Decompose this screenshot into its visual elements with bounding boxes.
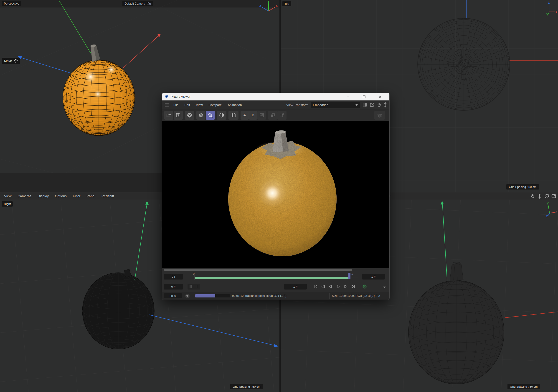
horizontal-scrollbar[interactable] xyxy=(164,269,352,271)
goto-end-button[interactable] xyxy=(350,283,356,290)
viewport-title-top[interactable]: Top xyxy=(282,1,291,6)
play-backward-button[interactable] xyxy=(327,283,334,290)
ab-mirror-icon xyxy=(231,112,236,118)
range-end-label: 1 xyxy=(351,272,353,275)
axis-gizmo-top[interactable]: Z X Y xyxy=(542,0,557,17)
pumpkin-stem xyxy=(90,44,100,62)
compare-mode-button[interactable] xyxy=(217,111,227,120)
range-start-marker[interactable] xyxy=(195,273,195,280)
open-external-icon[interactable] xyxy=(369,102,375,108)
save-button[interactable] xyxy=(174,111,183,120)
maximize-button[interactable] xyxy=(359,93,369,100)
panel-toggle-icon[interactable] xyxy=(362,102,367,108)
next-frame-button[interactable] xyxy=(342,283,349,290)
menu-filter[interactable]: Filter xyxy=(73,194,80,198)
pan-hand-icon[interactable] xyxy=(530,194,535,199)
pv-menu-compare[interactable]: Compare xyxy=(209,103,222,107)
cinema4d-app-icon xyxy=(165,95,168,99)
gizmo-z-label: Z xyxy=(548,1,549,4)
mini-scrubber[interactable] xyxy=(188,284,200,290)
render-status-message: 00:01:12 Irradiance point cloud 2/71 (1 … xyxy=(232,294,286,298)
menu-options[interactable]: Options xyxy=(55,194,67,198)
rotate-view-icon[interactable] xyxy=(544,194,549,199)
transport-options-caret[interactable] xyxy=(383,285,386,289)
zoom-level-field[interactable]: 60 % xyxy=(164,293,182,298)
start-frame-field[interactable]: 0 F xyxy=(164,284,183,290)
menu-panel[interactable]: Panel xyxy=(87,194,95,198)
close-button[interactable] xyxy=(375,93,385,100)
grid-spacing-bottom-right: Grid Spacing : 50 cm xyxy=(507,384,540,389)
previous-frame-button[interactable] xyxy=(320,283,326,290)
picture-viewer-window[interactable]: Picture Viewer File Edit View Compare An… xyxy=(162,93,390,300)
molecule-icon xyxy=(377,112,383,118)
axis-gizmo-bottom-right[interactable]: Y X Z xyxy=(542,201,557,218)
pan-hand-icon[interactable] xyxy=(376,102,382,108)
axis-gizmo-perspective[interactable]: Y Z X xyxy=(259,0,278,15)
clear-render-button[interactable] xyxy=(196,111,206,120)
hamburger-menu-icon[interactable] xyxy=(165,103,169,107)
timeline-track[interactable]: 0 1 xyxy=(188,272,360,282)
net-render-button[interactable] xyxy=(374,111,385,120)
fps-field[interactable]: 24 xyxy=(164,274,183,280)
move-tool-label: Move xyxy=(4,59,12,63)
camera-selector[interactable]: Default Camera xyxy=(122,1,153,6)
cancel-icon xyxy=(187,112,192,118)
pumpkin-wireframe-large[interactable] xyxy=(409,280,504,384)
pumpkin-wireframe-dark[interactable] xyxy=(82,273,154,349)
goto-start-button[interactable] xyxy=(312,283,319,290)
viewport-layout-icon[interactable] xyxy=(551,194,556,199)
view-transform-dropdown[interactable]: Embedded xyxy=(311,102,360,108)
save-icon xyxy=(175,112,181,118)
tool-tooltip-move: Move xyxy=(2,58,20,64)
end-frame-field[interactable]: 1 F xyxy=(362,274,385,280)
zoom-updown-icon[interactable] xyxy=(383,102,388,108)
viewport-title-perspective[interactable]: Perspective xyxy=(2,1,21,6)
pv-titlebar[interactable]: Picture Viewer xyxy=(162,93,389,100)
menu-redshift[interactable]: Redshift xyxy=(102,194,114,198)
set-b-button[interactable]: B xyxy=(249,111,257,120)
pv-transport-row: 0 F 1 F xyxy=(162,282,389,292)
timeline-range-bar[interactable] xyxy=(195,277,349,279)
sphere-wireframe-top[interactable] xyxy=(418,18,510,110)
gizmo-x-label: X xyxy=(556,10,557,14)
minimize-button[interactable] xyxy=(343,93,353,100)
pv-menu-animation[interactable]: Animation xyxy=(227,103,242,107)
copy-to-layer-button[interactable] xyxy=(268,111,277,120)
render-canvas[interactable] xyxy=(162,121,389,268)
camera-name: Default Camera xyxy=(124,2,145,5)
view-transform-label: View Transform xyxy=(286,103,308,107)
menu-cameras[interactable]: Cameras xyxy=(17,194,31,198)
pv-menu-view[interactable]: View xyxy=(196,103,203,107)
export-button[interactable] xyxy=(277,111,287,120)
zoom-updown-icon[interactable] xyxy=(537,194,542,199)
pumpkin-wireframe-shaded[interactable] xyxy=(63,60,135,136)
ab-wipe-button[interactable] xyxy=(228,111,238,120)
range-start-label: 0 xyxy=(193,272,195,275)
chevron-down-icon xyxy=(356,104,358,106)
render-frame-toggle[interactable] xyxy=(362,284,367,290)
gizmo-y-label: Y xyxy=(547,202,549,205)
toolbar-grip[interactable] xyxy=(163,111,164,119)
open-file-button[interactable] xyxy=(164,111,174,120)
cancel-render-button[interactable] xyxy=(185,111,194,120)
set-a-button[interactable]: A xyxy=(241,111,249,120)
pv-status-bar: 60 % 00:01:12 Irradiance point cloud 2/7… xyxy=(162,292,389,300)
current-frame-field[interactable]: 1 F xyxy=(284,284,307,290)
pv-menu-edit[interactable]: Edit xyxy=(184,103,190,107)
zoom-presets-button[interactable] xyxy=(185,294,190,298)
viewport-title-right[interactable]: Right xyxy=(2,201,13,207)
timeline-handle[interactable] xyxy=(349,273,350,279)
a-label: A xyxy=(243,113,246,117)
camera-icon xyxy=(147,2,151,5)
menu-display[interactable]: Display xyxy=(38,194,49,198)
pv-menu-file[interactable]: File xyxy=(174,103,179,107)
menu-view[interactable]: View xyxy=(4,194,11,198)
swap-ab-button[interactable] xyxy=(257,111,266,120)
chip-render-icon xyxy=(207,112,213,118)
gizmo-z-label: Z xyxy=(546,215,548,218)
play-forward-button[interactable] xyxy=(335,283,341,290)
grid-spacing-top-view: Grid Spacing : 50 cm xyxy=(506,184,539,190)
render-to-viewer-button[interactable] xyxy=(206,111,215,120)
grid-spacing-right-view: Grid Spacing : 50 cm xyxy=(230,384,263,389)
view-transform-value: Embedded xyxy=(313,103,328,107)
